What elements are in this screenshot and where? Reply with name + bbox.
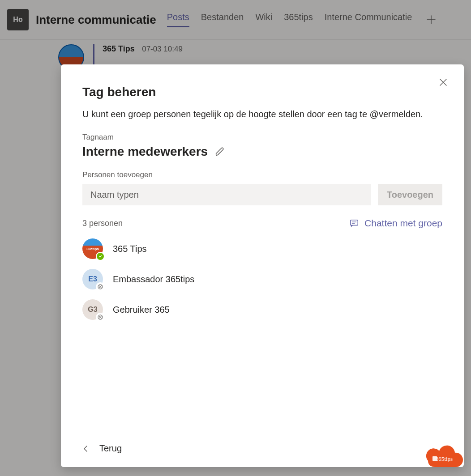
people-count: 3 personen (82, 219, 123, 228)
cloud-icon: 365tips (424, 442, 463, 468)
close-icon (439, 78, 448, 87)
presence-offline-icon (96, 282, 105, 291)
presence-offline-icon (96, 313, 105, 322)
tagname-row: Interne medewerkers (82, 144, 442, 159)
person-name: Embassador 365tips (113, 274, 194, 285)
add-button[interactable]: Toevoegen (378, 184, 442, 205)
presence-available-icon (96, 252, 105, 261)
close-button[interactable] (439, 78, 448, 87)
chevron-left-icon (82, 445, 90, 452)
edit-tag-button[interactable] (215, 147, 225, 157)
svg-rect-3 (432, 456, 437, 461)
avatar-initials: G3 (88, 306, 97, 314)
dialog-title: Tag beheren (82, 85, 442, 99)
chat-with-group-link[interactable]: Chatten met groep (349, 218, 442, 229)
dialog-footer: Terug (82, 434, 442, 454)
person-name: Gebruiker 365 (113, 305, 170, 315)
add-people-row: Toevoegen (82, 184, 442, 205)
add-people-label: Personen toevoegen (82, 170, 442, 179)
avatar: E3 (82, 269, 103, 289)
person-row[interactable]: E3 Embassador 365tips (82, 269, 442, 289)
tag-name: Interne medewerkers (82, 144, 208, 159)
chat-with-group-label: Chatten met groep (364, 218, 442, 229)
person-name: 365 Tips (113, 244, 147, 254)
person-row[interactable]: 365tips 365 Tips (82, 238, 442, 259)
name-input[interactable] (82, 184, 371, 205)
manage-tag-dialog: Tag beheren U kunt een groep personen te… (61, 64, 464, 467)
avatar: 365tips (82, 238, 103, 259)
person-row[interactable]: G3 Gebruiker 365 (82, 299, 442, 320)
tagname-label: Tagnaam (82, 133, 442, 142)
people-count-row: 3 personen Chatten met groep (82, 218, 442, 229)
chat-icon (349, 218, 359, 228)
svg-rect-0 (351, 220, 358, 225)
back-button[interactable] (82, 445, 90, 452)
dialog-subtitle: U kunt een groep personen tegelijk op de… (82, 109, 442, 119)
avatar-initials: E3 (88, 275, 97, 283)
pencil-icon (215, 147, 225, 157)
avatar: G3 (82, 299, 103, 320)
brand-label: 365tips (436, 455, 453, 462)
people-list: 365tips 365 Tips E3 Embassador 365tips G… (82, 238, 442, 320)
brand-badge: 365tips (424, 442, 463, 468)
avatar-logo-text: 365tips (86, 246, 100, 251)
back-label[interactable]: Terug (99, 443, 122, 454)
